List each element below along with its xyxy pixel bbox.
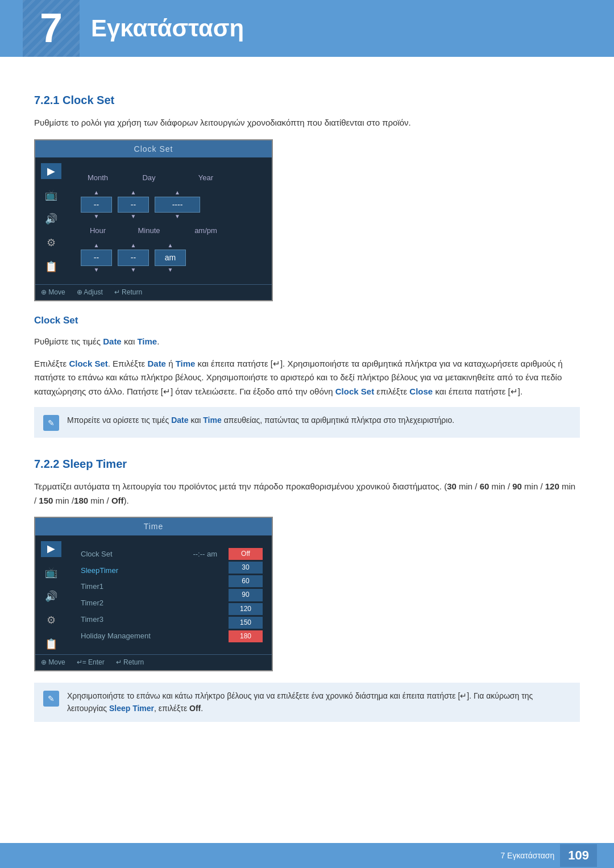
minute-up-arrow: ▲	[131, 243, 136, 248]
menu-timer2: Timer2	[81, 597, 217, 610]
clock-labels-row2: Hour Minute am/pm	[81, 225, 260, 237]
time-ref: Time	[176, 359, 196, 368]
sleep-screen-inner: ▶ 📺 🔊 ⚙ 📋 Clock Set --:-- am SleepT	[35, 535, 272, 654]
screen-title-bar: Clock Set	[35, 140, 272, 157]
sleep-tv-side-icons: ▶ 📺 🔊 ⚙ 📋	[41, 541, 61, 653]
val-off: Off	[111, 496, 124, 505]
page-footer: 7 Εγκατάσταση 109	[0, 843, 614, 868]
note-icon: ✎	[43, 415, 59, 431]
time-label: Time	[137, 337, 157, 346]
ampm-group: ▲ am ▼	[155, 243, 186, 272]
sleep-return-label: ↵ Return	[116, 657, 144, 668]
clock-set-screen: Clock Set ▶ 📺 🔊 ⚙ 📋 Month Day Year	[34, 139, 273, 301]
menu-timer3: Timer3	[81, 613, 217, 626]
menu-sleep-timer-label: SleepTimer	[81, 565, 118, 577]
sleep-value-90[interactable]: 90	[229, 589, 263, 601]
clock-set-subtitle: Clock Set	[34, 313, 580, 328]
sleep-enter-label: ↵= Enter	[77, 657, 105, 668]
clock-set-para2: Επιλέξτε Clock Set. Επιλέξτε Date ή Time…	[34, 357, 580, 399]
sleep-tv-icon-list: 📋	[41, 637, 61, 653]
sleep-value-180[interactable]: 180	[229, 630, 263, 642]
sleep-timer-ref: Sleep Timer	[109, 704, 154, 713]
day-down-arrow: ▼	[131, 214, 136, 219]
footer-page-number: 109	[560, 844, 597, 866]
day-up-arrow: ▲	[131, 190, 136, 196]
screen-footer-bar: ⊕ Move ⊕ Adjust ↵ Return	[35, 284, 272, 300]
val-150: 150	[39, 496, 53, 505]
tv-icon-list: 📋	[41, 259, 61, 275]
minute-down-arrow: ▼	[131, 267, 136, 273]
month-group: ▲ -- ▼	[81, 190, 112, 219]
sleep-tv-icon-audio: 🔊	[41, 589, 61, 605]
clock-set-ref2: Clock Set	[335, 387, 374, 396]
screen-adjust-label: ⊕ Adjust	[77, 287, 103, 298]
day-group: ▲ -- ▼	[118, 190, 149, 219]
year-down-arrow: ▼	[175, 214, 180, 219]
label-minute: Minute	[132, 225, 166, 237]
section-722-heading: 7.2.2 Sleep Timer	[34, 455, 580, 473]
menu-holiday: Holiday Management	[81, 630, 217, 643]
menu-timer1: Timer1	[81, 580, 217, 593]
menu-holiday-label: Holiday Management	[81, 630, 151, 642]
val-120: 120	[545, 481, 559, 491]
val-60: 60	[480, 481, 489, 491]
main-content: 7.2.1 Clock Set Ρυθμίστε το ρολόι για χρ…	[0, 57, 614, 773]
sleep-value-off[interactable]: Off	[229, 548, 263, 560]
chapter-number: 7	[23, 0, 80, 57]
hour-down-arrow: ▼	[94, 267, 99, 273]
clock-fields: Month Day Year ▲ -- ▼ ▲ --	[81, 167, 260, 278]
sleep-value-120[interactable]: 120	[229, 603, 263, 615]
sleep-menu-inner: Clock Set --:-- am SleepTimer Timer1 Tim…	[81, 542, 263, 649]
month-input[interactable]: --	[81, 197, 112, 213]
year-input[interactable]: ----	[155, 197, 200, 213]
ampm-input[interactable]: am	[155, 250, 186, 265]
clock-inputs-row2: ▲ -- ▼ ▲ -- ▼ ▲ am ▼	[81, 243, 260, 272]
clock-set-ref: Clock Set	[69, 359, 107, 368]
val-90: 90	[512, 481, 522, 491]
tv-icon-settings: ⚙	[41, 235, 61, 251]
ampm-up-arrow: ▲	[168, 243, 173, 248]
section-722: 7.2.2 Sleep Timer Τερματίζει αυτόματα τη…	[34, 455, 580, 722]
day-input[interactable]: --	[118, 197, 149, 213]
page-header: 7 Εγκατάσταση	[0, 0, 614, 57]
sleep-timer-note: ✎ Χρησιμοποιήστε το επάνω και κάτω πλήκτ…	[34, 683, 580, 722]
sleep-menu-list: Clock Set --:-- am SleepTimer Timer1 Tim…	[81, 548, 217, 643]
sleep-value-60[interactable]: 60	[229, 575, 263, 587]
sleep-screen-title: Time	[35, 518, 272, 535]
footer-section-label: 7 Εγκατάσταση	[500, 849, 554, 862]
date-label: Date	[103, 337, 122, 346]
sleep-tv-icon-play: ▶	[41, 541, 61, 557]
screen-return-label: ↵ Return	[114, 287, 142, 298]
clock-inputs-row1: ▲ -- ▼ ▲ -- ▼ ▲ ---- ▼	[81, 190, 260, 219]
month-down-arrow: ▼	[94, 214, 99, 219]
section-721: 7.2.1 Clock Set Ρυθμίστε το ρολόι για χρ…	[34, 91, 580, 438]
clock-set-subsection: Clock Set Ρυθμίστε τις τιμές Date και Ti…	[34, 313, 580, 438]
minute-input[interactable]: --	[118, 250, 149, 265]
clock-labels-row1: Month Day Year	[81, 172, 260, 184]
sleep-value-150[interactable]: 150	[229, 617, 263, 629]
section-721-heading: 7.2.1 Clock Set	[34, 91, 580, 109]
year-group: ▲ ---- ▼	[155, 190, 200, 219]
clock-set-note: ✎ Μπορείτε να ορίσετε τις τιμές Date και…	[34, 407, 580, 438]
date-ref: Date	[147, 359, 166, 368]
note-time-ref: Time	[203, 416, 221, 425]
sleep-tv-icon-tv: 📺	[41, 565, 61, 581]
sleep-value-30[interactable]: 30	[229, 562, 263, 574]
menu-sleep-timer[interactable]: SleepTimer	[81, 564, 217, 578]
chapter-title: Εγκατάσταση	[91, 9, 244, 47]
year-up-arrow: ▲	[175, 190, 180, 196]
label-year: Year	[183, 172, 229, 184]
off-ref: Off	[189, 704, 201, 713]
tv-icon-tv: 📺	[41, 187, 61, 203]
hour-group: ▲ -- ▼	[81, 243, 112, 272]
screen-move-label: ⊕ Move	[41, 287, 65, 298]
label-hour: Hour	[81, 225, 115, 237]
sleep-timer-screen: Time ▶ 📺 🔊 ⚙ 📋 Clock Set --:-- am	[34, 517, 273, 671]
sleep-note-icon: ✎	[43, 691, 59, 707]
menu-timer2-label: Timer2	[81, 597, 103, 609]
ampm-down-arrow: ▼	[168, 267, 173, 273]
label-month: Month	[81, 172, 115, 184]
sleep-values-list: Off 30 60 90 120 150 180	[229, 548, 263, 643]
note-date-ref: Date	[171, 416, 188, 425]
hour-input[interactable]: --	[81, 250, 112, 265]
